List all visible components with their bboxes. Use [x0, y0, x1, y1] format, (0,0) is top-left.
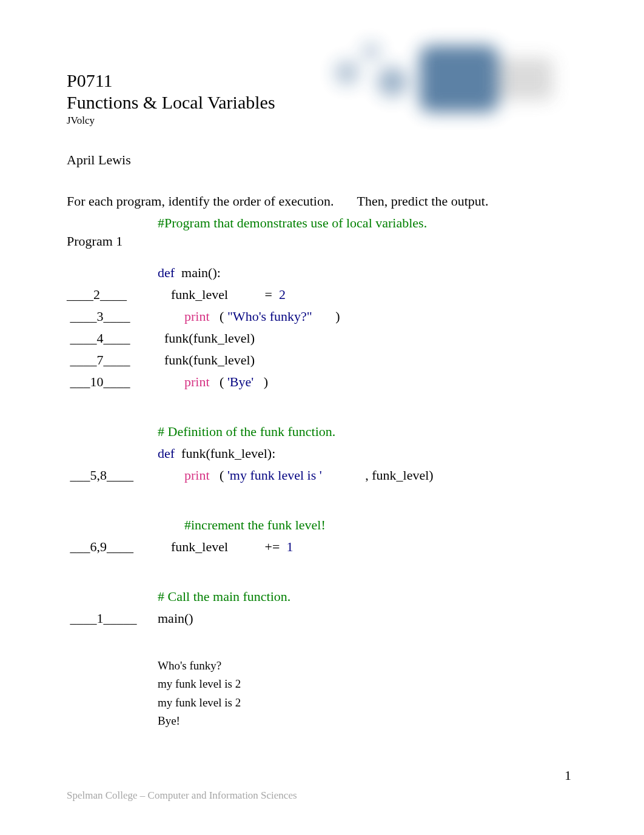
- code-token: funk(funk_level): [158, 330, 255, 346]
- code-line: ___10____ print ( 'Bye' ): [67, 374, 577, 396]
- equals-token: =: [265, 287, 272, 302]
- code-line: ____1_____ main(): [67, 611, 577, 632]
- main-call: main(): [158, 611, 193, 626]
- code-line: ___6,9____ funk_level += 1: [67, 539, 577, 561]
- order-cell: ___10____: [67, 374, 158, 390]
- output-line: Who's funky?: [158, 657, 577, 675]
- funk-signature: funk(funk_level):: [178, 446, 276, 461]
- code-comment: # Call the main function.: [158, 589, 290, 604]
- code-token: funk_level: [158, 287, 265, 302]
- keyword-def: def: [158, 446, 175, 461]
- number-token: 2: [272, 287, 286, 302]
- print-call: print: [184, 309, 210, 324]
- order-cell: ____1_____: [67, 611, 158, 626]
- output-line: my funk level is 2: [158, 694, 577, 712]
- string-literal: 'Bye': [227, 374, 253, 389]
- document-page: P0711 Functions & Local Variables JVolcy…: [0, 0, 644, 835]
- print-call: print: [184, 468, 210, 483]
- code-line: def main():: [67, 265, 577, 287]
- order-cell: ____3____: [67, 309, 158, 324]
- code-comment: #Program that demonstrates use of local …: [158, 215, 427, 230]
- page-title: Functions & Local Variables: [67, 92, 577, 113]
- pluseq-token: +=: [265, 539, 280, 554]
- order-cell: ___6,9____: [67, 539, 158, 555]
- page-number: 1: [565, 768, 571, 783]
- code-line: ____4____ funk(funk_level): [67, 330, 577, 352]
- order-cell: ___5,8____: [67, 468, 158, 483]
- indent: [158, 374, 184, 389]
- open-paren: (: [210, 468, 227, 483]
- code-line: ____3____ print ( "Who's funky?" ): [67, 309, 577, 330]
- number-token: 1: [280, 539, 293, 554]
- order-cell: ____4____: [67, 330, 158, 346]
- main-signature: main():: [178, 265, 221, 280]
- code-token: funk_level: [158, 539, 265, 554]
- code-area: #Program that demonstrates use of local …: [67, 215, 577, 731]
- predicted-output: Who's funky? my funk level is 2 my funk …: [158, 657, 577, 731]
- order-cell: ____2____: [67, 287, 158, 303]
- print-call: print: [184, 374, 210, 389]
- order-cell: ____7____: [67, 352, 158, 368]
- output-line: Bye!: [158, 712, 577, 730]
- code-line: # Call the main function.: [67, 589, 577, 611]
- output-line: my funk level is 2: [158, 675, 577, 693]
- instructions: For each program, identify the order of …: [67, 193, 577, 209]
- open-paren: (: [210, 309, 227, 324]
- code-line: #increment the funk level!: [67, 517, 577, 539]
- student-name: April Lewis: [67, 152, 577, 168]
- code-token: funk(funk_level): [158, 352, 255, 367]
- keyword-def: def: [158, 265, 175, 280]
- close-paren: ): [253, 374, 268, 389]
- code-line: ____2____ funk_level = 2: [67, 287, 577, 309]
- course-code: P0711: [67, 70, 577, 92]
- footer-text: Spelman College – Computer and Informati…: [67, 790, 297, 802]
- code-line: ____7____ funk(funk_level): [67, 352, 577, 374]
- author-line: JVolcy: [67, 115, 577, 127]
- code-line: ___5,8____ print ( 'my funk level is ' ,…: [67, 468, 577, 489]
- code-comment: # Definition of the funk function.: [158, 424, 335, 439]
- indent: [158, 468, 184, 483]
- print-tail: , funk_level): [322, 468, 434, 483]
- string-literal: 'my funk level is ': [227, 468, 322, 483]
- indent: [158, 309, 184, 324]
- code-line: # Definition of the funk function.: [67, 424, 577, 446]
- code-comment: #increment the funk level!: [184, 517, 326, 532]
- string-literal: "Who's funky?": [227, 309, 312, 324]
- close-paren: ): [312, 309, 340, 324]
- code-line: #Program that demonstrates use of local …: [67, 215, 577, 237]
- code-line: def funk(funk_level):: [67, 446, 577, 468]
